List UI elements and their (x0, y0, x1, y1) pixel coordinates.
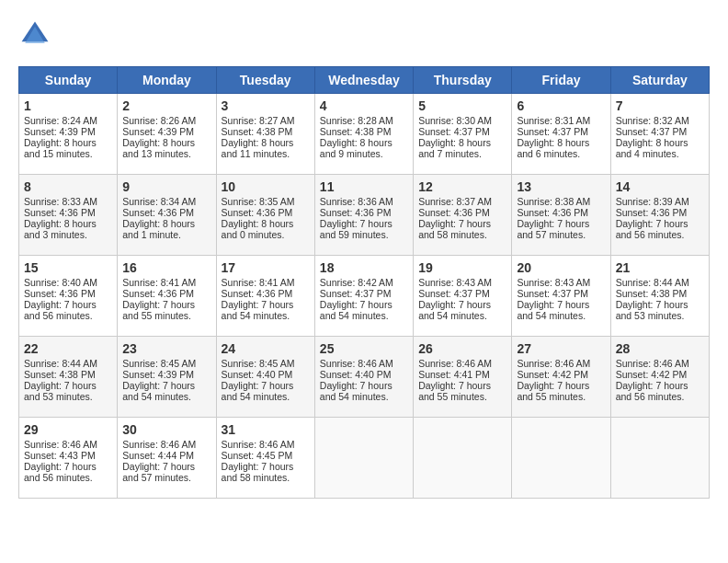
daylight-text: Daylight: 7 hours and 57 minutes. (122, 461, 195, 483)
table-row: 30Sunrise: 8:46 AMSunset: 4:44 PMDayligh… (118, 418, 216, 499)
sunrise-text: Sunrise: 8:34 AM (122, 196, 196, 207)
daylight-text: Daylight: 7 hours and 55 minutes. (517, 380, 589, 402)
day-number: 23 (122, 341, 210, 356)
table-row: 10Sunrise: 8:35 AMSunset: 4:36 PMDayligh… (216, 175, 314, 256)
sunrise-text: Sunrise: 8:46 AM (517, 358, 590, 369)
table-row: 22Sunrise: 8:44 AMSunset: 4:38 PMDayligh… (19, 337, 118, 418)
sunset-text: Sunset: 4:36 PM (320, 207, 392, 218)
table-row: 29Sunrise: 8:46 AMSunset: 4:43 PMDayligh… (19, 418, 118, 499)
table-row: 14Sunrise: 8:39 AMSunset: 4:36 PMDayligh… (610, 175, 709, 256)
table-row: 23Sunrise: 8:45 AMSunset: 4:39 PMDayligh… (118, 337, 216, 418)
sunrise-text: Sunrise: 8:37 AM (418, 196, 492, 207)
calendar-week-1: 1Sunrise: 8:24 AMSunset: 4:39 PMDaylight… (19, 94, 710, 175)
col-monday: Monday (118, 67, 216, 94)
col-saturday: Saturday (610, 67, 709, 94)
table-row: 24Sunrise: 8:45 AMSunset: 4:40 PMDayligh… (216, 337, 314, 418)
col-thursday: Thursday (414, 67, 512, 94)
table-row: 9Sunrise: 8:34 AMSunset: 4:36 PMDaylight… (118, 175, 216, 256)
daylight-text: Daylight: 7 hours and 58 minutes. (418, 218, 491, 240)
table-row: 3Sunrise: 8:27 AMSunset: 4:38 PMDaylight… (216, 94, 314, 175)
sunset-text: Sunset: 4:37 PM (517, 288, 588, 299)
sunrise-text: Sunrise: 8:35 AM (222, 196, 295, 207)
sunset-text: Sunset: 4:38 PM (320, 126, 392, 137)
day-number: 29 (24, 422, 112, 437)
sunrise-text: Sunrise: 8:45 AM (122, 358, 196, 369)
sunrise-text: Sunrise: 8:27 AM (222, 115, 295, 126)
daylight-text: Daylight: 8 hours and 1 minute. (122, 218, 195, 240)
day-number: 24 (222, 341, 310, 356)
daylight-text: Daylight: 8 hours and 13 minutes. (122, 137, 195, 159)
sunset-text: Sunset: 4:37 PM (418, 288, 490, 299)
daylight-text: Daylight: 8 hours and 7 minutes. (418, 137, 491, 159)
sunrise-text: Sunrise: 8:43 AM (517, 277, 590, 288)
daylight-text: Daylight: 7 hours and 54 minutes. (122, 380, 195, 402)
day-number: 6 (517, 98, 605, 113)
logo (18, 18, 55, 52)
day-number: 7 (616, 98, 704, 113)
table-row: 7Sunrise: 8:32 AMSunset: 4:37 PMDaylight… (610, 94, 709, 175)
day-number: 21 (616, 260, 704, 275)
day-number: 13 (517, 179, 605, 194)
sunset-text: Sunset: 4:38 PM (222, 126, 293, 137)
table-row (512, 418, 610, 499)
logo-icon (18, 18, 51, 52)
day-number: 4 (320, 98, 408, 113)
sunrise-text: Sunrise: 8:24 AM (24, 115, 97, 126)
table-row: 11Sunrise: 8:36 AMSunset: 4:36 PMDayligh… (314, 175, 413, 256)
calendar-week-3: 15Sunrise: 8:40 AMSunset: 4:36 PMDayligh… (19, 256, 710, 337)
table-row (414, 418, 512, 499)
sunrise-text: Sunrise: 8:32 AM (616, 115, 689, 126)
sunset-text: Sunset: 4:40 PM (320, 369, 392, 380)
sunrise-text: Sunrise: 8:46 AM (418, 358, 492, 369)
daylight-text: Daylight: 7 hours and 54 minutes. (320, 380, 392, 402)
sunset-text: Sunset: 4:36 PM (24, 207, 96, 218)
day-number: 9 (122, 179, 210, 194)
day-number: 27 (517, 341, 605, 356)
table-row: 26Sunrise: 8:46 AMSunset: 4:41 PMDayligh… (414, 337, 512, 418)
day-number: 25 (320, 341, 408, 356)
day-number: 14 (616, 179, 704, 194)
day-number: 15 (24, 260, 112, 275)
sunset-text: Sunset: 4:37 PM (616, 126, 688, 137)
table-row: 27Sunrise: 8:46 AMSunset: 4:42 PMDayligh… (512, 337, 610, 418)
sunset-text: Sunset: 4:39 PM (122, 126, 194, 137)
daylight-text: Daylight: 8 hours and 9 minutes. (320, 137, 392, 159)
sunset-text: Sunset: 4:44 PM (122, 450, 194, 461)
table-row: 2Sunrise: 8:26 AMSunset: 4:39 PMDaylight… (118, 94, 216, 175)
sunset-text: Sunset: 4:36 PM (222, 288, 293, 299)
sunset-text: Sunset: 4:36 PM (616, 207, 688, 218)
daylight-text: Daylight: 8 hours and 6 minutes. (517, 137, 589, 159)
daylight-text: Daylight: 7 hours and 54 minutes. (222, 380, 294, 402)
daylight-text: Daylight: 7 hours and 55 minutes. (418, 380, 491, 402)
table-row: 12Sunrise: 8:37 AMSunset: 4:36 PMDayligh… (414, 175, 512, 256)
day-number: 17 (222, 260, 310, 275)
table-row: 16Sunrise: 8:41 AMSunset: 4:36 PMDayligh… (118, 256, 216, 337)
sunrise-text: Sunrise: 8:44 AM (616, 277, 689, 288)
daylight-text: Daylight: 7 hours and 53 minutes. (616, 299, 688, 321)
table-row: 20Sunrise: 8:43 AMSunset: 4:37 PMDayligh… (512, 256, 610, 337)
daylight-text: Daylight: 7 hours and 56 minutes. (616, 380, 688, 402)
calendar-table: Sunday Monday Tuesday Wednesday Thursday… (18, 66, 710, 499)
col-sunday: Sunday (19, 67, 118, 94)
sunset-text: Sunset: 4:36 PM (418, 207, 490, 218)
sunset-text: Sunset: 4:39 PM (24, 126, 96, 137)
daylight-text: Daylight: 8 hours and 11 minutes. (222, 137, 294, 159)
calendar-week-5: 29Sunrise: 8:46 AMSunset: 4:43 PMDayligh… (19, 418, 710, 499)
table-row: 17Sunrise: 8:41 AMSunset: 4:36 PMDayligh… (216, 256, 314, 337)
table-row: 15Sunrise: 8:40 AMSunset: 4:36 PMDayligh… (19, 256, 118, 337)
sunset-text: Sunset: 4:45 PM (222, 450, 293, 461)
sunset-text: Sunset: 4:41 PM (418, 369, 490, 380)
sunset-text: Sunset: 4:36 PM (122, 207, 194, 218)
sunrise-text: Sunrise: 8:31 AM (517, 115, 590, 126)
table-row: 21Sunrise: 8:44 AMSunset: 4:38 PMDayligh… (610, 256, 709, 337)
day-number: 1 (24, 98, 112, 113)
sunrise-text: Sunrise: 8:46 AM (222, 439, 295, 450)
table-row: 18Sunrise: 8:42 AMSunset: 4:37 PMDayligh… (314, 256, 413, 337)
table-row (610, 418, 709, 499)
sunset-text: Sunset: 4:40 PM (222, 369, 293, 380)
day-number: 2 (122, 98, 210, 113)
sunset-text: Sunset: 4:38 PM (24, 369, 96, 380)
sunset-text: Sunset: 4:42 PM (517, 369, 588, 380)
calendar-week-2: 8Sunrise: 8:33 AMSunset: 4:36 PMDaylight… (19, 175, 710, 256)
sunrise-text: Sunrise: 8:39 AM (616, 196, 689, 207)
